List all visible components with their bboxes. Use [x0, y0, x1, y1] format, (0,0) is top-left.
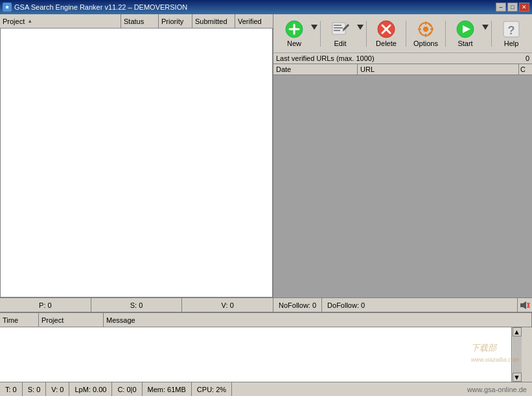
app-title: GSA Search Engine Ranker v11.22 – DEMOVE… [14, 3, 187, 11]
delete-button[interactable]: Delete [369, 17, 403, 51]
svg-marker-10 [357, 25, 364, 30]
svg-rect-7 [334, 30, 340, 31]
url-table-header: Date URL C [273, 64, 532, 75]
top-section: Project ▲ Status Priority Submitted Veri… [0, 14, 532, 312]
dofollow-status: DoFollow: 0 [322, 298, 518, 312]
svg-rect-17 [425, 34, 426, 37]
delete-label: Delete [376, 40, 397, 47]
col-project-label: Project [3, 17, 25, 25]
url-col-date[interactable]: Date [273, 64, 358, 75]
svg-point-15 [423, 27, 428, 32]
url-section: Last verified URLs (max. 1000) 0 Date UR… [273, 53, 532, 312]
svg-marker-26 [482, 25, 489, 30]
log-col-project[interactable]: Project [39, 313, 104, 327]
url-section-title: Last verified URLs (max. 1000) [276, 54, 375, 62]
col-submitted-label: Submitted [195, 17, 227, 25]
separator-3 [406, 21, 406, 47]
svg-marker-30 [523, 301, 526, 309]
title-bar-left: ★ GSA Search Engine Ranker v11.22 – DEMO… [3, 3, 187, 12]
svg-rect-19 [430, 29, 434, 30]
svg-text:?: ? [508, 24, 515, 37]
svg-rect-29 [520, 303, 523, 307]
url-section-count: 0 [526, 54, 529, 62]
bottom-mem: Mem: 61MB [143, 382, 192, 396]
new-button[interactable]: New [277, 17, 311, 51]
svg-rect-22 [419, 32, 422, 35]
log-header: Time Project Message [0, 313, 532, 327]
col-header-submitted[interactable]: Submitted [192, 14, 235, 28]
start-icon [456, 20, 474, 38]
watermark: 下载部www.xiazaiba.com [471, 342, 519, 364]
bottom-s: S: 0 [23, 382, 47, 396]
main-container: Project ▲ Status Priority Submitted Veri… [0, 14, 532, 396]
separator-2 [366, 21, 367, 47]
col-verified-label: Verified [238, 17, 262, 25]
title-bar-controls[interactable]: – □ ✕ [496, 3, 529, 12]
scroll-down-btn[interactable]: ▼ [513, 373, 522, 382]
start-dropdown[interactable] [482, 25, 489, 31]
new-dropdown[interactable] [311, 25, 318, 31]
mute-button[interactable] [518, 298, 532, 312]
svg-rect-6 [334, 27, 343, 29]
status-bar-bottom: T: 0 S: 0 V: 0 LpM: 0.00 C: 0|0 Mem: 61M… [0, 382, 532, 396]
separator-1 [320, 21, 321, 47]
status-bar-left: P: 0 S: 0 V: 0 [0, 297, 273, 312]
url-col-c[interactable]: C [519, 64, 532, 75]
col-header-project[interactable]: Project ▲ [0, 14, 121, 28]
project-list[interactable] [0, 29, 273, 297]
svg-rect-16 [425, 21, 426, 25]
col-priority-label: Priority [161, 17, 183, 25]
edit-dropdown[interactable] [357, 25, 364, 31]
log-col-time[interactable]: Time [0, 313, 39, 327]
col-header-priority[interactable]: Priority [159, 14, 192, 28]
bottom-website: www.gsa-online.de [232, 382, 532, 396]
edit-label: Edit [334, 40, 347, 47]
toolbar: New [273, 14, 532, 53]
col-header-verified[interactable]: Verified [235, 14, 273, 28]
delete-icon [377, 20, 395, 38]
start-button[interactable]: Start [448, 17, 482, 51]
left-panel: Project ▲ Status Priority Submitted Veri… [0, 14, 273, 312]
sort-icon-project: ▲ [27, 18, 32, 24]
options-label: Options [413, 40, 438, 47]
svg-rect-20 [419, 23, 422, 27]
log-list[interactable]: ▲ ▼ [0, 327, 532, 382]
status-bar-right: NoFollow: 0 DoFollow: 0 [273, 297, 532, 312]
separator-5 [491, 21, 492, 47]
bottom-c: C: 0|0 [112, 382, 142, 396]
new-label: New [287, 40, 301, 47]
status-s: S: 0 [91, 298, 183, 312]
scroll-up-btn[interactable]: ▲ [513, 327, 522, 336]
options-button[interactable]: Options [409, 17, 443, 51]
app-icon: ★ [3, 3, 12, 12]
help-label: Help [504, 40, 519, 47]
new-icon [285, 20, 303, 38]
project-header: Project ▲ Status Priority Submitted Veri… [0, 14, 273, 29]
help-icon: ? [502, 20, 520, 38]
close-button[interactable]: ✕ [519, 3, 529, 12]
status-p: P: 0 [0, 298, 91, 312]
bottom-t: T: 0 [0, 382, 23, 396]
right-panel: New [273, 14, 532, 312]
bottom-section: Time Project Message ▲ ▼ 下载部www.xiazaiba… [0, 312, 532, 396]
minimize-button[interactable]: – [496, 3, 506, 12]
svg-rect-18 [418, 29, 421, 30]
log-col-message[interactable]: Message [104, 313, 532, 327]
bottom-v: V: 0 [46, 382, 69, 396]
separator-4 [445, 21, 446, 47]
col-header-status[interactable]: Status [121, 14, 159, 28]
edit-button[interactable]: Edit [323, 17, 357, 51]
help-button[interactable]: ? Help [494, 17, 528, 51]
nofollow-status: NoFollow: 0 [273, 298, 322, 312]
url-header-bar: Last verified URLs (max. 1000) 0 [273, 53, 532, 64]
url-list[interactable] [273, 75, 532, 297]
maximize-button[interactable]: □ [507, 3, 518, 12]
title-bar: ★ GSA Search Engine Ranker v11.22 – DEMO… [0, 0, 532, 14]
url-col-url[interactable]: URL [358, 64, 519, 75]
start-label: Start [457, 40, 472, 47]
bottom-lpm: LpM: 0.00 [69, 382, 112, 396]
svg-rect-5 [334, 25, 341, 26]
edit-icon [331, 20, 349, 38]
col-status-label: Status [124, 17, 144, 25]
options-icon [417, 20, 435, 38]
